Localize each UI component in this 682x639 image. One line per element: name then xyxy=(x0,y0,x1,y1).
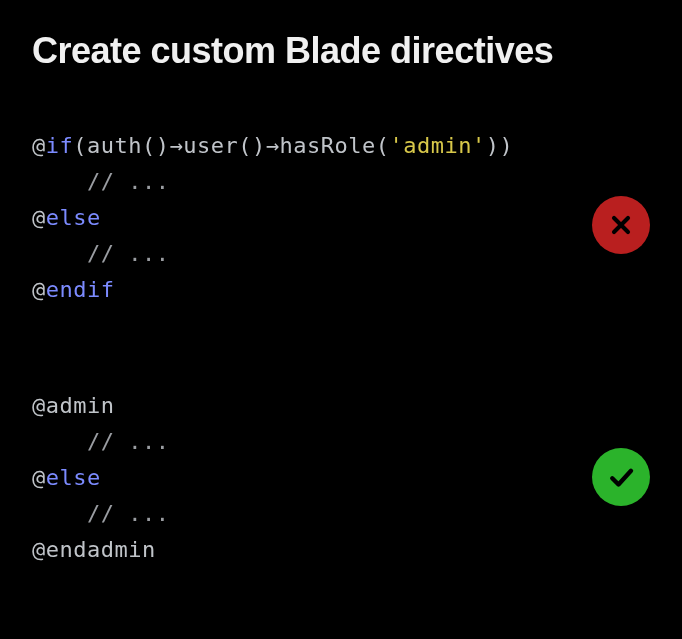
code-token: ( xyxy=(376,133,390,158)
code-token: @ xyxy=(32,133,46,158)
status-badge-good xyxy=(592,448,650,506)
code-token: // ... xyxy=(32,501,169,526)
code-token: admin xyxy=(46,393,115,418)
page-title: Create custom Blade directives xyxy=(32,30,650,72)
code-snippet: @admin // ... @else // ... @endadmin xyxy=(32,388,650,568)
cross-icon xyxy=(607,211,635,239)
code-token: → xyxy=(169,133,183,158)
code-block-bad: @if(auth()→user()→hasRole('admin')) // .… xyxy=(32,128,650,308)
status-badge-bad xyxy=(592,196,650,254)
code-token: )) xyxy=(486,133,514,158)
code-token: () xyxy=(238,133,266,158)
code-token: auth xyxy=(87,133,142,158)
code-token: @ xyxy=(32,393,46,418)
code-token: endadmin xyxy=(46,537,156,562)
code-token: ( xyxy=(73,133,87,158)
code-token: user xyxy=(183,133,238,158)
code-snippet: @if(auth()→user()→hasRole('admin')) // .… xyxy=(32,128,650,308)
code-token: endif xyxy=(46,277,115,302)
code-token: // ... xyxy=(32,429,169,454)
code-token: @ xyxy=(32,205,46,230)
code-token: 'admin' xyxy=(389,133,485,158)
code-token: () xyxy=(142,133,170,158)
code-block-good: @admin // ... @else // ... @endadmin xyxy=(32,388,650,568)
code-token: else xyxy=(46,465,101,490)
code-token: // ... xyxy=(32,169,169,194)
code-token: @ xyxy=(32,537,46,562)
code-token: hasRole xyxy=(279,133,375,158)
slide: Create custom Blade directives @if(auth(… xyxy=(0,0,682,598)
code-token: else xyxy=(46,205,101,230)
code-token: @ xyxy=(32,465,46,490)
code-token: → xyxy=(266,133,280,158)
code-token: // ... xyxy=(32,241,169,266)
check-icon xyxy=(606,462,636,492)
code-token: if xyxy=(46,133,74,158)
code-token: @ xyxy=(32,277,46,302)
